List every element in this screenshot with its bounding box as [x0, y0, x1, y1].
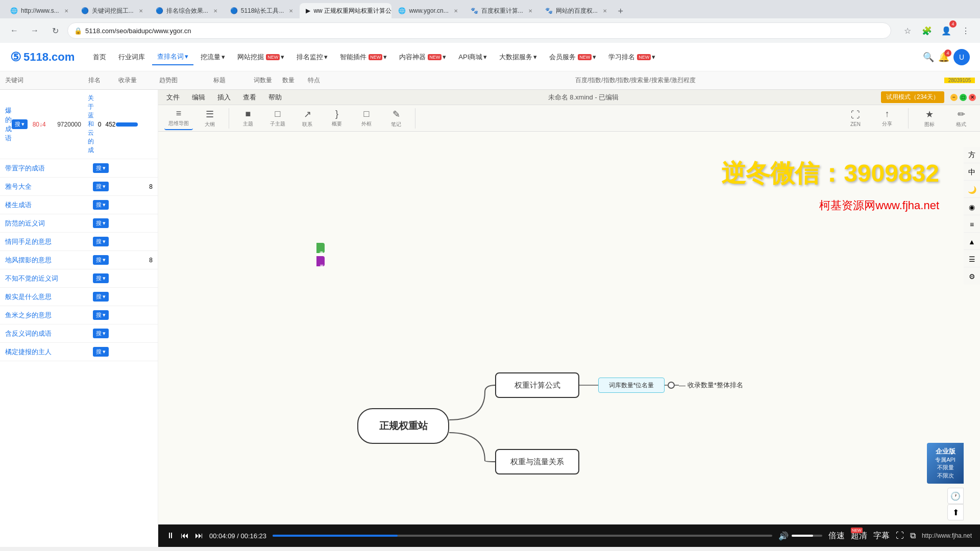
- enterprise-api-banner[interactable]: 企业版 专属API 不限量 不限次: [927, 443, 964, 484]
- back-button[interactable]: ←: [6, 22, 22, 39]
- extensions-button[interactable]: 🧩: [919, 22, 935, 39]
- xmind-tool-relation[interactable]: ↗ 联系: [295, 107, 320, 130]
- xmind-rt-4[interactable]: ◉: [964, 199, 980, 215]
- search-icon[interactable]: 🔍: [923, 52, 934, 63]
- nav-member[interactable]: 会员服务 NEW▾: [544, 49, 601, 65]
- xmind-tool-note[interactable]: ✎ 笔记: [383, 107, 409, 130]
- xmind-format[interactable]: ✏ 格式: [948, 107, 974, 130]
- xmind-zen-mode[interactable]: ⛶ ZEN: [843, 108, 868, 129]
- kw-search-btn-11[interactable]: 搜▾: [93, 329, 109, 338]
- xmind-icon[interactable]: ★ 图标: [917, 107, 942, 130]
- prev-btn[interactable]: ⏮: [181, 531, 189, 540]
- tab-7[interactable]: 🐾 百度权重计算... ✕: [464, 3, 538, 18]
- nav-content[interactable]: 内容神器 NEW▾: [394, 49, 451, 65]
- kw-search-btn-2[interactable]: 搜▾: [93, 163, 109, 173]
- kw-name-3[interactable]: 雅号大全: [5, 182, 93, 191]
- pip-btn[interactable]: ⧉: [910, 531, 916, 540]
- nav-traffic[interactable]: 挖流量▾: [195, 49, 230, 65]
- tab-7-close[interactable]: ✕: [528, 8, 532, 14]
- xmind-rt-3[interactable]: 🌙: [964, 182, 980, 198]
- sidebar-other-btn[interactable]: 专属: [316, 256, 325, 266]
- site-logo[interactable]: ⑤ 5118.com: [10, 50, 75, 64]
- xmind-rt-5[interactable]: ≡: [964, 216, 980, 233]
- forward-button[interactable]: →: [27, 22, 43, 39]
- bookmark-button[interactable]: ☆: [899, 22, 916, 39]
- upload-icon-btn[interactable]: ⬆: [947, 504, 964, 520]
- user-avatar[interactable]: U: [953, 49, 970, 65]
- tab-3-close[interactable]: ✕: [213, 8, 217, 14]
- kw-name-11[interactable]: 含反义词的成语: [5, 329, 93, 338]
- kw-search-btn-12[interactable]: 搜▾: [93, 347, 109, 357]
- tab-8[interactable]: 🐾 网站的百度权... ✕: [539, 3, 613, 18]
- tab-3[interactable]: 🔵 排名综合效果... ✕: [150, 3, 224, 18]
- xmind-menu-help[interactable]: 帮助: [264, 91, 286, 104]
- xmind-rt-1[interactable]: 方: [964, 147, 980, 163]
- nav-plugin[interactable]: 智能插件 NEW▾: [335, 49, 392, 65]
- kw-name-6[interactable]: 情同手足的意思: [5, 237, 93, 246]
- kw-search-btn-8[interactable]: 搜▾: [93, 273, 109, 283]
- xmind-canvas[interactable]: 逆冬微信：3909832 柯基资源网www.fjha.net: [158, 132, 980, 524]
- xmind-tool-frame[interactable]: □ 外框: [354, 107, 379, 130]
- kw-name-2[interactable]: 带置字的成语: [5, 164, 93, 173]
- kw-name-10[interactable]: 鱼米之乡的意思: [5, 311, 93, 320]
- kw-name-8[interactable]: 不知不觉的近义词: [5, 274, 93, 283]
- xmind-rt-8[interactable]: ⚙: [964, 268, 980, 285]
- mindmap-label-node[interactable]: 词库数量*位名量: [598, 378, 665, 393]
- xmind-tool-summary[interactable]: } 概要: [324, 107, 350, 130]
- xmind-tool-outline[interactable]: ☰ 大纲: [197, 107, 223, 130]
- kw-search-btn-3[interactable]: 搜▾: [93, 182, 109, 191]
- kw-search-btn-5[interactable]: 搜▾: [93, 218, 109, 228]
- nav-learn[interactable]: 学习排名 NEW▾: [603, 49, 660, 65]
- xmind-menu-edit[interactable]: 编辑: [188, 91, 209, 104]
- tab-8-close[interactable]: ✕: [603, 8, 607, 14]
- kw-name-4[interactable]: 楼生成语: [5, 201, 93, 210]
- xmind-menu-view[interactable]: 查看: [239, 91, 260, 104]
- kw-search-btn-10[interactable]: 搜▾: [93, 310, 109, 320]
- kw-name-12[interactable]: 橘定捷报的主人: [5, 347, 93, 357]
- next-btn[interactable]: ⏭: [195, 531, 203, 540]
- xmind-minimize-btn[interactable]: −: [950, 94, 958, 101]
- xmind-close-btn[interactable]: ✕: [969, 94, 976, 101]
- xmind-share[interactable]: ↑ 分享: [874, 107, 900, 130]
- quality-btn[interactable]: NEW 超清: [851, 531, 867, 541]
- nav-monitor[interactable]: 排名监控▾: [291, 49, 333, 65]
- tab-4-close[interactable]: ✕: [289, 8, 293, 14]
- xmind-tool-theme[interactable]: ■ 主题: [235, 107, 261, 130]
- nav-industry[interactable]: 行业词库: [113, 49, 150, 65]
- sidebar-enterprise-btn[interactable]: 企业版: [316, 243, 325, 253]
- mindmap-right1-node[interactable]: 权重计算公式: [495, 372, 579, 398]
- kw-search-btn-7[interactable]: 搜▾: [93, 255, 109, 265]
- kw-search-btn-1[interactable]: 搜▾: [12, 119, 28, 129]
- xmind-tool-mindmap[interactable]: ≡ 思维导图: [164, 106, 193, 130]
- new-tab-button[interactable]: +: [614, 4, 628, 18]
- xmind-tool-subtopic[interactable]: □ 子主题: [265, 107, 290, 130]
- kw-link-1[interactable]: 关于蓝和云的成: [88, 94, 94, 155]
- tab-2[interactable]: 🔵 关键词挖掘工... ✕: [75, 3, 149, 18]
- tab-4[interactable]: 🔵 5118站长工具... ✕: [224, 3, 300, 18]
- kw-name-9[interactable]: 般实是什么意思: [5, 292, 93, 302]
- address-bar[interactable]: 🔒 5118.com/seo/baidupc/www.ygor.cn: [67, 22, 891, 39]
- tab-5-active[interactable]: ▶ ww 正规权重网站权重计算公式.mp4 ✕: [300, 3, 391, 18]
- play-pause-btn[interactable]: ⏸: [166, 531, 175, 540]
- nav-rank[interactable]: 查排名词▾: [152, 49, 193, 65]
- kw-search-btn-6[interactable]: 搜▾: [93, 237, 109, 246]
- xmind-maximize-btn[interactable]: □: [960, 94, 967, 101]
- kw-name-7[interactable]: 地风摆影的意思: [5, 256, 93, 265]
- nav-api[interactable]: API商城▾: [453, 49, 492, 65]
- bell-icon[interactable]: 🔔 4: [938, 52, 949, 63]
- user-button[interactable]: 👤 4: [938, 22, 954, 39]
- xmind-menu-insert[interactable]: 插入: [213, 91, 235, 104]
- xmind-rt-2[interactable]: 中: [964, 164, 980, 181]
- history-icon-btn[interactable]: 🕐: [947, 488, 964, 504]
- xmind-rt-7[interactable]: ☰: [964, 251, 980, 267]
- kw-name-1[interactable]: 爆的成语: [5, 106, 12, 143]
- tab-2-close[interactable]: ✕: [139, 8, 143, 14]
- xmind-menu-file[interactable]: 文件: [162, 91, 184, 104]
- volume-bar[interactable]: [792, 535, 822, 537]
- tab-6[interactable]: 🌐 www.ygor.cn... ✕: [392, 3, 463, 18]
- speed-btn[interactable]: 倍速: [828, 531, 845, 541]
- kw-search-btn-9[interactable]: 搜▾: [93, 292, 109, 302]
- nav-dig[interactable]: 网站挖掘 NEW▾: [232, 49, 289, 65]
- xmind-rt-6[interactable]: ▲: [964, 234, 980, 250]
- mindmap-center-node[interactable]: 正规权重站: [357, 408, 449, 444]
